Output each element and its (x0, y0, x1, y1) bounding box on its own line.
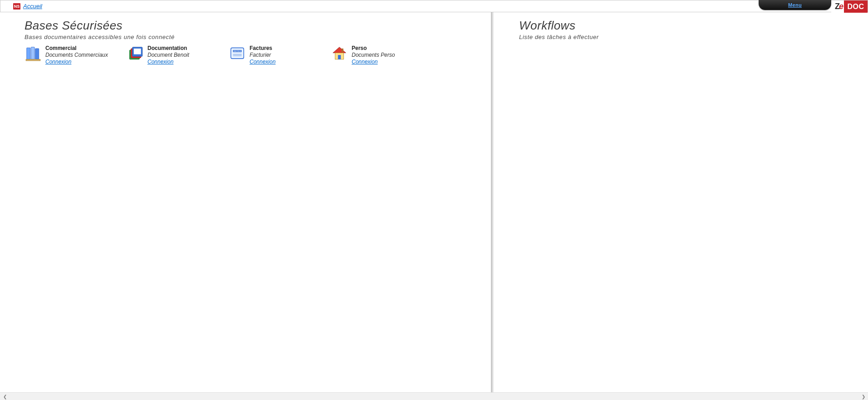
base-connexion-link[interactable]: Connexion (45, 59, 108, 65)
accueil-link[interactable]: Accueil (23, 3, 42, 10)
main: Bases Sécurisées Bases documentaires acc… (0, 12, 868, 392)
base-title: Commercial (45, 45, 108, 52)
books-blue-icon (25, 45, 42, 62)
svg-marker-13 (333, 47, 346, 53)
base-connexion-link[interactable]: Connexion (147, 59, 189, 65)
base-item-factures[interactable]: INVOICE Factures Facturier Connexion (229, 45, 322, 65)
left-panel: Bases Sécurisées Bases documentaires acc… (0, 12, 491, 392)
logo-e: e (839, 2, 843, 11)
svg-rect-2 (35, 49, 39, 59)
scroll-right-icon[interactable]: ❯ (859, 393, 867, 400)
workflows-title: Workflows (519, 19, 868, 33)
svg-rect-3 (26, 59, 40, 61)
invoice-icon: INVOICE (229, 45, 246, 62)
horizontal-scrollbar[interactable]: ❮ ❯ (0, 392, 868, 400)
svg-rect-7 (134, 49, 141, 54)
svg-rect-16 (342, 49, 343, 52)
ns-badge: NS (13, 3, 20, 10)
svg-text:INVOICE: INVOICE (234, 50, 241, 52)
svg-rect-0 (27, 48, 30, 59)
base-connexion-link[interactable]: Connexion (352, 59, 395, 65)
topbar: NS Accueil Menu Z e DOC (0, 0, 868, 12)
base-title: Documentation (147, 45, 189, 52)
svg-rect-15 (338, 55, 341, 59)
base-desc: Facturier (250, 52, 275, 59)
scroll-left-icon[interactable]: ❮ (1, 393, 9, 400)
base-desc: Documents Commerciaux (45, 52, 108, 59)
menu-tab[interactable]: Menu (759, 0, 831, 10)
menu-link[interactable]: Menu (788, 2, 802, 8)
house-icon (331, 45, 348, 62)
base-connexion-link[interactable]: Connexion (250, 59, 275, 65)
bases-title: Bases Sécurisées (25, 19, 491, 33)
workflows-subtitle: Liste des tâches à effectuer (519, 34, 868, 40)
bases-row: Commercial Documents Commerciaux Connexi… (25, 45, 491, 65)
scroll-track[interactable] (9, 393, 859, 400)
logo-right: DOC (844, 0, 868, 13)
base-title: Factures (250, 45, 275, 52)
base-item-commercial[interactable]: Commercial Documents Commerciaux Connexi… (25, 45, 118, 65)
base-title: Perso (352, 45, 395, 52)
base-item-perso[interactable]: Perso Documents Perso Connexion (331, 45, 424, 65)
zedoc-logo: Z e DOC (831, 0, 868, 13)
books-rgb-icon (127, 45, 144, 62)
svg-rect-8 (231, 48, 244, 59)
svg-rect-1 (31, 47, 34, 59)
right-panel: Workflows Liste des tâches à effectuer (494, 12, 868, 392)
logo-left: Z e (831, 0, 844, 13)
base-item-documentation[interactable]: Documentation Document Benoit Connexion (127, 45, 220, 65)
base-desc: Document Benoit (147, 52, 189, 59)
base-desc: Documents Perso (352, 52, 395, 59)
bases-subtitle: Bases documentaires accessibles une fois… (25, 34, 491, 40)
